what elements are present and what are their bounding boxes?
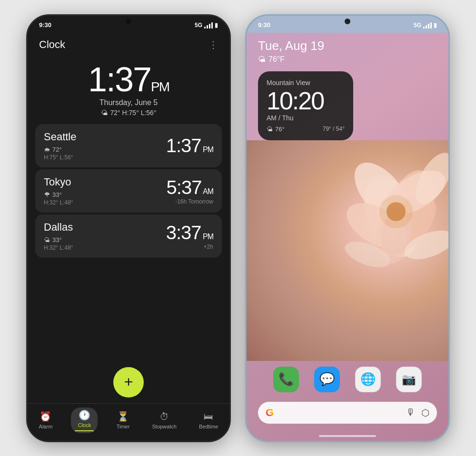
home-indicator-bar [319,435,376,437]
alarm-label: Alarm [39,424,53,429]
date-weather-widget: Tue, Aug 19 🌤 76°F [247,33,448,64]
city-right-dallas: 3:37 PM +2h [166,222,213,250]
city-weather-detail-tokyo: H:32° L:48° [44,199,73,206]
signal-bar-3 [209,24,210,29]
camera-notch-right [345,19,350,24]
home-weather-temp: 76°F [268,55,285,64]
camera-notch-left [126,19,131,24]
home-date: Tue, Aug 19 [258,39,437,53]
weather-text-main: 72° H:75° L:56° [110,109,157,116]
clock-app: Clock ⋮ 1:37PM Thursday, June 5 🌤 72° H:… [28,33,229,441]
lens-icon[interactable]: ⬡ [421,407,429,418]
battery-icon-left: ▮ [215,22,218,29]
microphone-icon[interactable]: 🎙 [406,407,416,418]
city-weather-detail-dallas: H:32° L:48° [44,244,73,251]
city-name-tokyo: Tokyo [44,176,73,188]
home-weather-icon: 🌤 [258,55,266,64]
city-temp-tokyo: 33° [52,191,62,198]
city-card-seattle[interactable]: Seattle 🌧 72° H:75° L:56° 1:37 PM [35,124,222,167]
nav-stopwatch[interactable]: ⏱ Stopwatch [148,409,180,431]
city-time-seattle: 1:37 PM [166,135,213,156]
city-card-tokyo[interactable]: Tokyo 🌩 33° H:32° L:48° 5:37 AM -16h Tom… [35,169,222,213]
app-dock: 📞 💬 🌐 📷 G 🎙 ⬡ [247,361,448,433]
google-search-bar[interactable]: G 🎙 ⬡ [258,402,437,424]
clock-widget[interactable]: Mountain View 10:20 AM / Thu 🌤 76° 79° /… [258,71,353,140]
widget-city: Mountain View [267,79,345,87]
city-right-tokyo: 5:37 AM -16h Tomorrow [167,177,213,205]
bedtime-label: Bedtime [199,424,218,429]
city-right-seattle: 1:37 PM [166,135,213,156]
home-indicator [247,433,448,441]
search-action-icons: 🎙 ⬡ [406,407,429,418]
widget-high-low: 79° / 54° [323,126,345,132]
google-g-logo: G [266,407,274,419]
clock-icon: 🕐 [79,409,90,421]
camera-app-icon[interactable]: 📷 [396,367,422,392]
nav-timer[interactable]: ⏳ Timer [113,409,134,431]
city-weather-tokyo: 🌩 33° [44,191,73,198]
nav-clock[interactable]: 🕐 Clock [71,407,98,433]
home-weather: 🌤 76°F [258,55,437,64]
status-icons-left: 5G ▮ [195,22,218,29]
nav-items-container: ⏰ Alarm 🕐 Clock ⏳ Timer ⏱ Stopwatch [28,407,229,433]
main-date: Thursday, June 5 [39,98,218,107]
add-city-button[interactable]: + [113,367,144,398]
city-weather-dallas: 🌤 33° [44,236,73,243]
phone-icon-glyph: 📞 [278,372,294,387]
left-phone: 9:30 5G ▮ Clock ⋮ 1:37PM Thursday, June … [26,14,231,442]
chrome-app-icon[interactable]: 🌐 [355,367,381,392]
main-time-section: 1:37PM Thursday, June 5 🌤 72° H:75° L:56… [28,55,229,120]
clock-app-title: Clock [39,39,65,51]
city-left-seattle: Seattle 🌧 72° H:75° L:56° [44,131,77,161]
status-time-right: 9:30 [258,21,270,29]
dock-icons-row: 📞 💬 🌐 📷 [258,361,437,398]
flower-svg [315,140,448,311]
city-left-tokyo: Tokyo 🌩 33° H:32° L:48° [44,176,73,206]
wallpaper-flower-area [247,140,448,361]
weather-icon-seattle: 🌧 [44,146,50,153]
stopwatch-label: Stopwatch [152,424,176,429]
timer-icon: ⏳ [117,411,129,422]
city-offset-dallas: +2h [166,243,213,250]
signal-bars-right [423,22,432,29]
signal-bar-r2 [426,25,427,29]
svg-point-8 [387,202,406,221]
city-time-tokyo: 5:37 AM [167,177,213,198]
city-card-dallas[interactable]: Dallas 🌤 33° H:32° L:48° 3:37 PM +2h [35,214,222,258]
camera-icon-glyph: 📷 [402,373,416,386]
main-clock-display: 1:37PM [39,62,218,97]
nav-alarm[interactable]: ⏰ Alarm [35,409,57,431]
chrome-icon-glyph: 🌐 [360,372,376,387]
main-hours-minutes: 1:37 [88,60,151,98]
phone-app-icon[interactable]: 📞 [273,367,299,392]
city-offset-tokyo: -16h Tomorrow [167,198,213,205]
city-name-dallas: Dallas [44,221,73,233]
status-time-left: 9:30 [39,21,51,29]
city-temp-dallas: 33° [52,236,62,243]
home-screen: Tue, Aug 19 🌤 76°F Mountain View 10:20 A… [247,33,448,441]
signal-bar-2 [207,25,208,29]
messages-icon-glyph: 💬 [319,372,335,387]
status-icons-right: 5G ▮ [414,22,437,29]
city-temp-seattle: 72° [52,146,62,153]
main-weather: 🌤 72° H:75° L:56° [39,109,218,116]
city-list: Seattle 🌧 72° H:75° L:56° 1:37 PM Tokyo … [28,120,229,363]
messages-app-icon[interactable]: 💬 [314,367,340,392]
more-options-button[interactable]: ⋮ [208,39,218,50]
city-left-dallas: Dallas 🌤 33° H:32° L:48° [44,221,73,251]
timer-label: Timer [117,424,130,429]
clock-header: Clock ⋮ [28,33,229,55]
weather-icon-dallas: 🌤 [44,236,50,243]
widget-ampm: AM / Thu [267,114,345,122]
widget-weather: 🌤 76° 79° / 54° [267,126,345,133]
main-ampm: PM [151,79,169,94]
city-time-dallas: 3:37 PM [166,222,213,243]
active-indicator [75,430,94,431]
alarm-icon: ⏰ [40,411,51,422]
bedtime-icon: 🛏 [204,411,213,422]
add-icon: + [124,373,133,391]
nav-bedtime[interactable]: 🛏 Bedtime [195,409,222,431]
signal-bar-1 [204,27,206,29]
signal-bar-r1 [423,27,425,29]
widget-time: 10:20 [267,88,345,113]
